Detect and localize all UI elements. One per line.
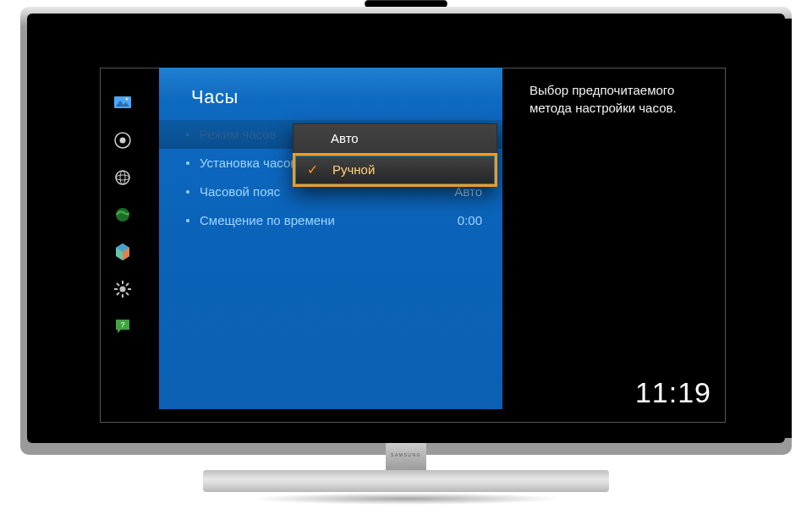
sidebar: ? <box>106 93 140 336</box>
svg-line-19 <box>117 293 119 295</box>
tv-bezel: ? Часы Режим часов Установка часов <box>27 14 785 443</box>
app-root: ? Часы Режим часов Установка часов <box>0 0 812 525</box>
menu-item-time-offset[interactable]: Смещение по времени 0:00 <box>159 206 502 235</box>
dropdown-option-manual[interactable]: ✓ Ручной <box>293 153 497 187</box>
menu-label: Смещение по времени <box>200 206 458 235</box>
support-icon[interactable]: ? <box>112 316 133 336</box>
svg-line-20 <box>126 283 129 286</box>
clock-mode-dropdown: Авто ✓ Ручной <box>293 123 497 187</box>
tv-brand-label: SAMSUNG <box>391 452 421 457</box>
screen: ? Часы Режим часов Установка часов <box>34 19 792 438</box>
panel-title: Часы <box>159 68 502 120</box>
help-text: Выбор предпочитаемого метода настройки ч… <box>529 81 707 117</box>
svg-line-18 <box>126 293 129 295</box>
broadcast-icon[interactable] <box>112 205 133 225</box>
svg-text:?: ? <box>120 320 124 329</box>
menu-value: 0:00 <box>458 206 482 235</box>
svg-point-5 <box>116 171 129 184</box>
svg-point-2 <box>125 97 128 100</box>
current-time: 11:19 <box>635 376 711 409</box>
svg-point-7 <box>120 171 125 184</box>
option-label: Ручной <box>332 162 375 177</box>
svg-point-6 <box>116 175 129 180</box>
option-label: Авто <box>331 131 359 145</box>
smart-hub-icon[interactable] <box>112 242 133 262</box>
svg-point-4 <box>120 138 126 144</box>
check-icon: ✓ <box>307 156 318 184</box>
tv-stand-base <box>203 470 609 492</box>
tv-stand-neck <box>386 443 426 472</box>
dropdown-option-auto[interactable]: Авто <box>294 124 497 153</box>
settings-icon[interactable] <box>112 279 133 299</box>
sound-icon[interactable] <box>112 130 133 150</box>
picture-icon[interactable] <box>112 93 133 113</box>
tv-stand-shadow <box>186 490 626 507</box>
settings-panel: Часы Режим часов Установка часов Часовой… <box>159 68 502 409</box>
network-icon[interactable] <box>112 167 133 188</box>
svg-line-17 <box>117 283 119 286</box>
svg-point-12 <box>120 287 126 293</box>
